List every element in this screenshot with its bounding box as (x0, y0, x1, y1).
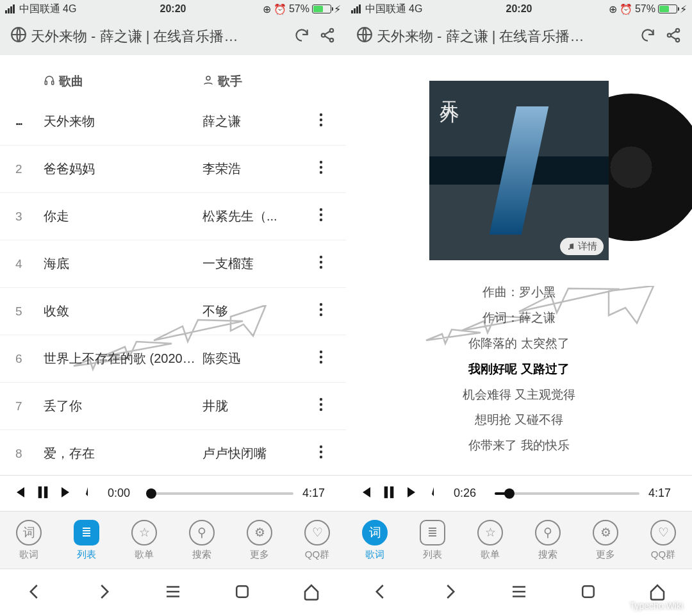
song-name: 天外来物 (44, 113, 202, 130)
tab-搜索[interactable]: ⚲搜索 (173, 520, 231, 561)
address-bar: 天外来物 - 薛之谦 | 在线音乐播… (0, 18, 346, 55)
tab-label: 歌词 (19, 549, 38, 561)
status-bar: 中国联通 4G 20:20 ⊕ ⏰ 57% ⚡︎ (346, 0, 692, 18)
svg-point-17 (320, 261, 322, 263)
menu-button[interactable] (163, 582, 183, 604)
tab-更多[interactable]: ⚙更多 (231, 520, 288, 561)
next-button[interactable] (405, 485, 420, 503)
tab-歌单[interactable]: ☆歌单 (461, 520, 519, 561)
progress-bar[interactable] (149, 492, 293, 495)
tab-icon: ⚲ (189, 520, 215, 545)
prev-button[interactable] (358, 485, 373, 503)
song-name: 丢了你 (44, 397, 202, 415)
lyric-line: 想明抢 又碰不得 (463, 407, 575, 433)
tab-更多[interactable]: ⚙更多 (577, 520, 634, 561)
svg-point-29 (320, 451, 322, 453)
svg-point-14 (320, 213, 322, 216)
song-row[interactable]: 2 爸爸妈妈 李荣浩 (0, 145, 346, 192)
tab-label: 歌单 (135, 549, 154, 561)
next-button[interactable] (59, 485, 74, 503)
back-button[interactable] (371, 582, 390, 604)
tab-QQ群[interactable]: ♡QQ群 (634, 520, 692, 561)
menu-button[interactable] (509, 582, 529, 604)
lyrics-container[interactable]: 作曲：罗小黑作词：薛之谦你降落的 太突然了我刚好呢 又路过了机会难得 又主观觉得… (463, 279, 575, 458)
song-row[interactable]: 7 丢了你 井胧 (0, 382, 346, 429)
tab-列表[interactable]: ≣列表 (404, 520, 461, 561)
tab-列表[interactable]: ≣列表 (58, 520, 115, 561)
progress-thumb[interactable] (504, 488, 515, 499)
cover-text-top: 天外 (436, 86, 462, 94)
pause-button[interactable] (36, 484, 50, 503)
tab-label: 歌词 (365, 549, 384, 561)
song-row[interactable]: 3 你走 松紧先生（... (0, 192, 346, 240)
tab-label: 搜索 (192, 549, 211, 561)
song-menu-button[interactable] (311, 303, 331, 320)
tab-搜索[interactable]: ⚲搜索 (519, 520, 577, 561)
song-menu-button[interactable] (311, 160, 331, 178)
tab-QQ群[interactable]: ♡QQ群 (288, 520, 346, 561)
tab-歌词[interactable]: 词歌词 (0, 520, 58, 561)
svg-point-39 (572, 247, 573, 249)
home-button[interactable] (302, 582, 321, 604)
song-artist: 松紧先生（... (202, 208, 311, 225)
pause-button[interactable] (382, 484, 396, 503)
share-button[interactable] (665, 27, 682, 47)
share-button[interactable] (319, 27, 336, 47)
prev-button[interactable] (12, 485, 27, 503)
playlist-view: 歌曲 歌手 ... 天外来物 薛之谦 2 爸爸妈妈 李荣浩 3 你走 松紧先生（… (0, 55, 346, 475)
sort-button[interactable] (429, 485, 445, 503)
song-row[interactable]: 6 世界上不存在的歌 (2020重... 陈奕迅 (0, 335, 346, 382)
album-art[interactable]: 天外 來物 详情 (429, 81, 609, 260)
album-cover: 天外 來物 (429, 81, 609, 260)
tabs-button[interactable] (579, 582, 598, 604)
song-row[interactable]: 5 收敛 不够 (0, 287, 346, 335)
tabs-button[interactable] (233, 582, 252, 604)
progress-bar[interactable] (495, 492, 639, 495)
status-left: 中国联通 4G (351, 3, 422, 16)
song-menu-button[interactable] (311, 208, 331, 225)
detail-button[interactable]: 详情 (560, 238, 604, 255)
song-menu-button[interactable] (311, 445, 331, 462)
phone-right: 中国联通 4G 20:20 ⊕ ⏰ 57% ⚡︎ 天外来物 - 薛之谦 | 在线… (346, 0, 692, 616)
svg-point-25 (320, 398, 322, 401)
lyric-line: 机会难得 又主观觉得 (463, 382, 575, 408)
carrier-text: 中国联通 (365, 3, 406, 16)
svg-point-26 (320, 403, 322, 406)
header-artist-label: 歌手 (218, 73, 242, 90)
song-row[interactable]: 4 海底 一支榴莲 (0, 240, 346, 287)
song-name: 世界上不存在的歌 (2020重... (44, 350, 202, 367)
svg-point-19 (320, 303, 322, 306)
status-right: ⊕ ⏰ 57% ⚡︎ (609, 3, 687, 15)
back-button[interactable] (25, 582, 44, 604)
battery-pct: 57% (635, 3, 655, 15)
svg-point-20 (320, 308, 322, 311)
page-title[interactable]: 天外来物 - 薛之谦 | 在线音乐播… (10, 26, 284, 47)
refresh-button[interactable] (639, 27, 656, 47)
svg-point-18 (320, 266, 322, 269)
page-title-text: 天外来物 - 薛之谦 | 在线音乐播… (31, 27, 238, 46)
forward-button[interactable] (440, 582, 459, 604)
song-row[interactable]: 8 爱，存在 卢卢快闭嘴 (0, 429, 346, 475)
song-menu-button[interactable] (311, 350, 331, 367)
song-row[interactable]: ... 天外来物 薛之谦 (0, 97, 346, 145)
tab-icon: ≣ (74, 520, 99, 545)
song-artist: 井胧 (202, 397, 311, 415)
time-current: 0:00 (108, 487, 140, 500)
globe-icon (10, 26, 27, 47)
tab-icon: ≣ (420, 520, 445, 545)
forward-button[interactable] (94, 582, 113, 604)
progress-thumb[interactable] (146, 488, 156, 499)
sort-button[interactable] (83, 485, 99, 503)
header-song-label: 歌曲 (59, 73, 83, 90)
svg-point-8 (320, 118, 322, 121)
tab-歌单[interactable]: ☆歌单 (115, 520, 173, 561)
song-menu-button[interactable] (311, 397, 331, 415)
refresh-button[interactable] (293, 27, 310, 47)
player-bar: 0:26 4:17 (346, 475, 692, 511)
song-menu-button[interactable] (311, 113, 331, 130)
tab-歌词[interactable]: 词歌词 (346, 520, 404, 561)
page-title[interactable]: 天外来物 - 薛之谦 | 在线音乐播… (356, 26, 630, 47)
song-name: 收敛 (44, 303, 202, 320)
song-index: 6 (15, 352, 44, 366)
song-menu-button[interactable] (311, 255, 331, 272)
